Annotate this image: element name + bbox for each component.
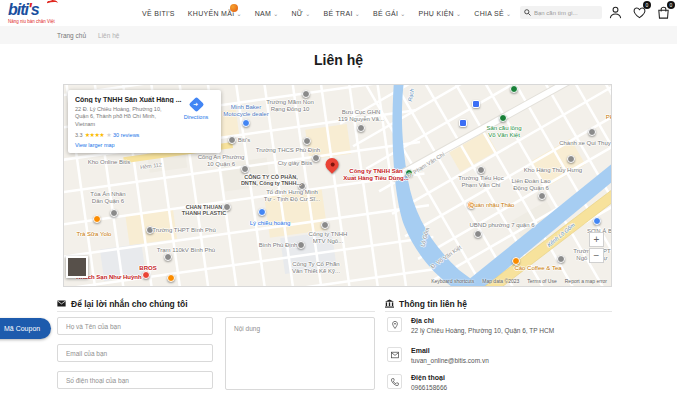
poi-marker-icon[interactable] [593, 217, 601, 225]
map-label: BROS [139, 265, 156, 272]
nav-item[interactable]: KHUYẾN MÃI⌄ [188, 10, 242, 17]
poi-marker-icon[interactable] [567, 155, 575, 163]
poi-marker-icon[interactable] [110, 209, 118, 217]
envelope-icon [57, 299, 66, 308]
name-input[interactable] [57, 317, 213, 335]
directions-button[interactable]: ➜ Directions [179, 99, 213, 120]
map-zoom-out-button[interactable]: − [589, 248, 604, 263]
search-input[interactable] [534, 10, 600, 16]
rating-stars-icon: ★★★★ [85, 131, 105, 138]
coupon-button[interactable]: Mã Coupon [0, 318, 51, 339]
map-label: Trường Tiểu Học Phạm Văn Chí [458, 175, 503, 189]
transit-icon[interactable] [472, 100, 480, 108]
nav-item[interactable]: VỀ BITI'S [142, 10, 175, 17]
map-label: Quán nhậu Thảo [470, 202, 515, 209]
poi-marker-icon[interactable] [474, 230, 482, 238]
info-card-rating: 3.3 ★★★★★ 30 reviews [75, 131, 214, 138]
wishlist-button[interactable]: 0 [632, 5, 647, 20]
map-attribution-item[interactable]: Terms of Use [527, 278, 556, 284]
poi-marker-icon[interactable] [477, 166, 485, 174]
search-box[interactable] [520, 6, 602, 19]
bitis-logo[interactable]: biti's Nâng niu bàn chân Việt [8, 2, 64, 24]
map-label: Công ty TNHH Sản Xuất Hàng Tiêu Dùng... [343, 168, 409, 182]
chevron-down-icon: ⌄ [355, 11, 360, 17]
transit-icon[interactable] [459, 119, 467, 127]
phone-icon [387, 374, 402, 389]
poi-marker-icon[interactable] [303, 137, 311, 145]
poi-marker-icon[interactable] [258, 208, 266, 216]
nav-item[interactable]: BÉ TRAI⌄ [323, 10, 360, 17]
header: biti's Nâng niu bàn chân Việt VỀ BITI'SK… [0, 0, 677, 26]
wishlist-count-badge: 0 [643, 1, 651, 9]
account-button[interactable] [608, 5, 623, 20]
map-label: Sân cầu lông Võ Văn Kiệt [486, 125, 521, 139]
map-label: CÔNG TY CỔ PHẦN, DNTN, Công ty TNHH... [241, 174, 301, 187]
poi-marker-icon[interactable] [321, 221, 329, 229]
main-nav: VỀ BITI'SKHUYẾN MÃI⌄NAM⌄NỮ⌄BÉ TRAI⌄BÉ GÁ… [142, 0, 511, 26]
map-label: Liên Đoàn Lao Động Quận 6 [511, 178, 550, 192]
map-attribution-item[interactable]: Report a map error [565, 278, 607, 284]
poi-marker-icon[interactable] [242, 119, 250, 127]
message-textarea[interactable] [225, 317, 375, 390]
nav-item[interactable]: PHỤ KIỆN⌄ [419, 10, 462, 17]
google-map-embed[interactable]: Kho Online BitisMinh Baker Motocycle dea… [63, 84, 612, 287]
chevron-down-icon: ⌄ [236, 11, 241, 17]
poi-marker-icon[interactable] [357, 124, 365, 132]
poi-marker-icon[interactable] [499, 114, 507, 122]
contact-email-value: tuvan_online@bitis.com.vn [411, 357, 489, 365]
chevron-down-icon: ⌄ [456, 11, 461, 17]
rating-value: 3.3 [75, 132, 83, 138]
poi-marker-icon[interactable] [302, 90, 310, 98]
chevron-down-icon: ⌄ [305, 11, 310, 17]
user-icon [608, 5, 623, 20]
nav-item[interactable]: NAM⌄ [255, 10, 279, 17]
breadcrumb-home-link[interactable]: Trang chủ [57, 32, 86, 39]
contact-phone-item: Điện thoại 0966158666 [387, 374, 447, 392]
map-attribution-item[interactable]: Keyboard shortcuts [431, 278, 474, 284]
map-label: Trường THPT Bình Phú [152, 227, 216, 234]
pin-icon [387, 317, 402, 332]
poi-marker-icon[interactable] [312, 154, 320, 162]
contact-address-value: 22 lý Chiêu Hoàng, Phường 10, Quận 6, TP… [411, 327, 554, 335]
poi-marker-icon[interactable] [510, 85, 518, 93]
email-input[interactable] [57, 344, 213, 362]
chevron-down-icon: ⌄ [400, 11, 405, 17]
info-card-title: Công ty TNHH Sản Xuất Hàng ... [75, 96, 183, 103]
nav-item[interactable]: CHIA SẺ⌄ [474, 10, 511, 17]
map-label: CHAN THUAN THANH PLASTIC [182, 204, 226, 217]
nav-item[interactable]: NỮ⌄ [292, 10, 311, 17]
poi-marker-icon[interactable] [93, 215, 101, 223]
form-section-heading: Để lại lời nhắn cho chúng tôi [57, 296, 375, 312]
contact-email-title: Email [411, 347, 489, 354]
poi-marker-icon[interactable] [228, 136, 236, 144]
map-label: Cáo Coffee & Tea [514, 265, 561, 272]
map-label: Lý chiều hoàng [250, 220, 291, 227]
poi-marker-icon[interactable] [297, 241, 305, 249]
info-card-address: 22 Đ. Lý Chiêu Hoàng, Phường 10, Quận 6,… [75, 106, 175, 128]
map-info-card: Công ty TNHH Sản Xuất Hàng ... 22 Đ. Lý … [68, 90, 221, 153]
poi-marker-icon[interactable] [588, 128, 596, 136]
poi-marker-icon[interactable] [167, 274, 175, 282]
poi-marker-icon[interactable] [557, 255, 565, 263]
email-icon [387, 347, 402, 362]
map-label: Minh Baker Motocycle dealer [223, 104, 268, 118]
poi-marker-icon[interactable] [164, 253, 172, 261]
nav-item[interactable]: BÉ GÁI⌄ [373, 10, 405, 17]
map-attribution-item[interactable]: Map data ©2023 [482, 278, 519, 284]
poi-marker-icon[interactable] [142, 271, 150, 279]
map-label: Kho Online Bitis [88, 159, 131, 166]
map-label: Tòa Án Nhân Dân Quận 6 [90, 191, 125, 205]
contact-email-item: Email tuvan_online@bitis.com.vn [387, 347, 489, 365]
contact-phone-title: Điện thoại [411, 374, 447, 381]
cart-button[interactable]: 0 [656, 5, 671, 20]
logo-tagline: Nâng niu bàn chân Việt [8, 19, 64, 24]
street-view-thumbnail[interactable] [66, 256, 88, 278]
directions-icon: ➜ [188, 97, 204, 113]
map-label: Kho Hàng Thủy Hưng [524, 167, 582, 174]
map-zoom-in-button[interactable]: + [589, 232, 604, 247]
phone-input[interactable] [57, 371, 213, 389]
reviews-link[interactable]: 30 reviews [113, 132, 139, 138]
map-label: Công Ty Cổ Phần Vân Thiết Kế Kỹ... [292, 261, 340, 275]
view-larger-map-link[interactable]: View larger map [75, 142, 214, 148]
poi-marker-icon[interactable] [538, 192, 546, 200]
